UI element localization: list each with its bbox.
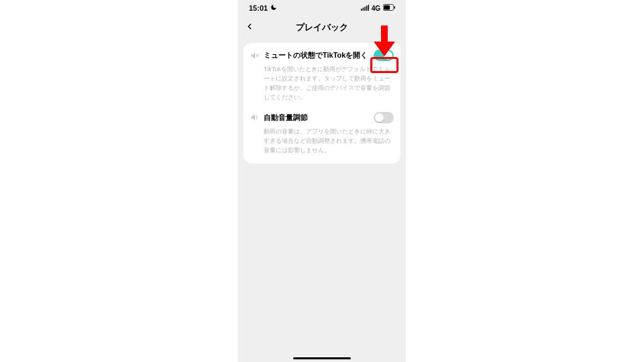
volume-mute-icon [250,51,260,60]
moon-icon [270,4,277,12]
home-indicator[interactable] [293,357,351,359]
network-label: 4G [372,5,380,12]
toggle-auto-volume[interactable] [374,112,394,123]
svg-marker-9 [374,42,395,56]
svg-rect-4 [368,5,369,11]
setting-auto-volume: 自動音量調節 [250,112,394,123]
svg-rect-6 [384,5,390,10]
svg-rect-2 [364,7,366,11]
setting-label: 自動音量調節 [264,113,370,123]
status-time: 15:01 [249,4,268,12]
setting-label: ミュートの状態でTikTokを開く [264,50,370,60]
back-button[interactable] [245,22,254,34]
page-title: プレイバック [296,21,348,34]
svg-rect-7 [394,6,396,9]
svg-rect-1 [362,8,364,11]
battery-icon [383,4,395,12]
svg-rect-8 [381,25,388,43]
setting-description: 動画の音量は、アプリを開いたときに特に大きすぎる場合など自動調整されます。携帯電… [264,127,394,156]
svg-rect-0 [361,9,362,11]
volume-icon [250,113,260,122]
annotation-highlight [370,57,398,73]
signal-icon [361,4,369,12]
svg-rect-3 [366,6,368,11]
status-bar: 15:01 4G [238,0,406,16]
annotation-arrow-icon [374,25,395,59]
